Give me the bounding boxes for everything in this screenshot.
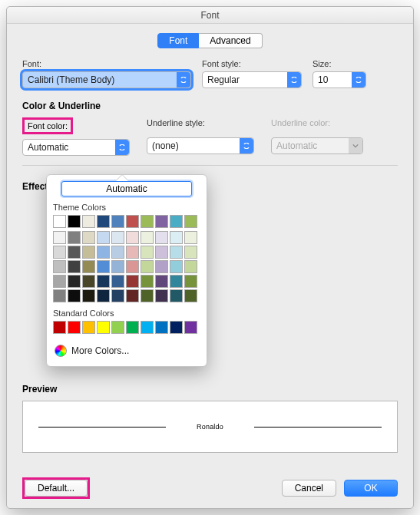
- color-swatch[interactable]: [68, 289, 81, 302]
- color-swatch[interactable]: [68, 275, 81, 288]
- color-swatch[interactable]: [141, 321, 154, 334]
- color-swatch[interactable]: [155, 260, 168, 273]
- color-swatch[interactable]: [53, 215, 66, 228]
- color-swatch[interactable]: [97, 231, 110, 244]
- color-swatch[interactable]: [68, 215, 81, 228]
- color-swatch[interactable]: [141, 231, 154, 244]
- color-swatch[interactable]: [111, 215, 124, 228]
- size-combobox[interactable]: 10: [313, 71, 366, 88]
- underline-style-combobox[interactable]: (none): [147, 137, 254, 154]
- color-swatch[interactable]: [111, 289, 124, 302]
- color-swatch[interactable]: [97, 275, 110, 288]
- color-swatch[interactable]: [111, 260, 124, 273]
- color-swatch[interactable]: [82, 215, 95, 228]
- color-swatch[interactable]: [53, 231, 66, 244]
- color-swatch[interactable]: [53, 246, 66, 259]
- default-button[interactable]: Default...: [25, 480, 88, 497]
- color-swatch[interactable]: [68, 260, 81, 273]
- color-swatch[interactable]: [155, 275, 168, 288]
- font-dialog: Font Font Advanced Font: Calibri (Theme …: [6, 6, 414, 509]
- color-swatch[interactable]: [170, 231, 183, 244]
- chevron-down-icon: [240, 138, 253, 154]
- color-swatch[interactable]: [97, 321, 110, 334]
- color-swatch[interactable]: [126, 215, 139, 228]
- color-swatch[interactable]: [82, 231, 95, 244]
- color-swatch[interactable]: [126, 231, 139, 244]
- theme-color-shades: [53, 231, 200, 302]
- color-swatch[interactable]: [155, 289, 168, 302]
- theme-shade-row: [53, 260, 200, 273]
- color-swatch[interactable]: [184, 321, 197, 334]
- color-swatch[interactable]: [82, 246, 95, 259]
- color-swatch[interactable]: [126, 275, 139, 288]
- font-value: Calibri (Theme Body): [28, 74, 114, 85]
- color-swatch[interactable]: [126, 260, 139, 273]
- color-swatch[interactable]: [82, 260, 95, 273]
- color-swatch[interactable]: [170, 215, 183, 228]
- color-swatch[interactable]: [68, 321, 81, 334]
- color-swatch[interactable]: [97, 260, 110, 273]
- color-swatch[interactable]: [126, 246, 139, 259]
- font-combobox[interactable]: Calibri (Theme Body): [22, 71, 191, 88]
- color-swatch[interactable]: [170, 289, 183, 302]
- tab-font[interactable]: Font: [157, 33, 199, 48]
- button-bar: Default... Cancel OK: [7, 468, 413, 508]
- color-swatch[interactable]: [141, 260, 154, 273]
- cancel-button[interactable]: Cancel: [282, 480, 336, 497]
- font-color-popover: Automatic Theme Colors Standard Colors M…: [46, 174, 207, 367]
- color-swatch[interactable]: [170, 275, 183, 288]
- color-swatch[interactable]: [184, 275, 197, 288]
- font-color-combobox[interactable]: Automatic: [22, 139, 130, 156]
- color-swatch[interactable]: [126, 321, 139, 334]
- color-swatch[interactable]: [184, 246, 197, 259]
- color-swatch[interactable]: [53, 260, 66, 273]
- color-swatch[interactable]: [82, 321, 95, 334]
- color-swatch[interactable]: [53, 275, 66, 288]
- font-label: Font:: [22, 59, 191, 68]
- tab-bar: Font Advanced: [22, 33, 398, 48]
- preview-heading: Preview: [22, 384, 398, 395]
- automatic-color-button[interactable]: Automatic: [61, 181, 192, 196]
- more-colors-button[interactable]: More Colors...: [53, 342, 200, 360]
- color-swatch[interactable]: [68, 246, 81, 259]
- font-style-combobox[interactable]: Regular: [202, 71, 302, 88]
- color-wheel-icon: [55, 345, 67, 357]
- color-swatch[interactable]: [111, 275, 124, 288]
- color-swatch[interactable]: [141, 289, 154, 302]
- color-swatch[interactable]: [97, 289, 110, 302]
- color-swatch[interactable]: [141, 275, 154, 288]
- color-swatch[interactable]: [170, 321, 183, 334]
- color-swatch[interactable]: [170, 246, 183, 259]
- font-style-label: Font style:: [202, 59, 302, 68]
- color-swatch[interactable]: [155, 215, 168, 228]
- color-swatch[interactable]: [126, 289, 139, 302]
- color-swatch[interactable]: [141, 246, 154, 259]
- standard-colors-row: [53, 321, 200, 334]
- color-swatch[interactable]: [82, 275, 95, 288]
- color-swatch[interactable]: [97, 215, 110, 228]
- color-swatch[interactable]: [184, 231, 197, 244]
- color-swatch[interactable]: [155, 246, 168, 259]
- underline-color-value: Automatic: [276, 140, 317, 151]
- color-swatch[interactable]: [68, 231, 81, 244]
- color-swatch[interactable]: [111, 321, 124, 334]
- ok-button[interactable]: OK: [344, 480, 398, 497]
- tab-advanced[interactable]: Advanced: [199, 33, 262, 48]
- color-swatch[interactable]: [111, 231, 124, 244]
- color-swatch[interactable]: [155, 321, 168, 334]
- color-swatch[interactable]: [141, 215, 154, 228]
- color-swatch[interactable]: [184, 289, 197, 302]
- color-swatch[interactable]: [170, 260, 183, 273]
- color-swatch[interactable]: [111, 246, 124, 259]
- color-swatch[interactable]: [184, 260, 197, 273]
- underline-color-label: Underline color:: [271, 117, 363, 134]
- color-swatch[interactable]: [155, 231, 168, 244]
- theme-shade-row: [53, 246, 200, 259]
- theme-colors-row: [53, 215, 200, 228]
- color-swatch[interactable]: [82, 289, 95, 302]
- color-swatch[interactable]: [53, 321, 66, 334]
- color-swatch[interactable]: [53, 289, 66, 302]
- theme-shade-row: [53, 275, 200, 288]
- color-swatch[interactable]: [97, 246, 110, 259]
- color-swatch[interactable]: [184, 215, 197, 228]
